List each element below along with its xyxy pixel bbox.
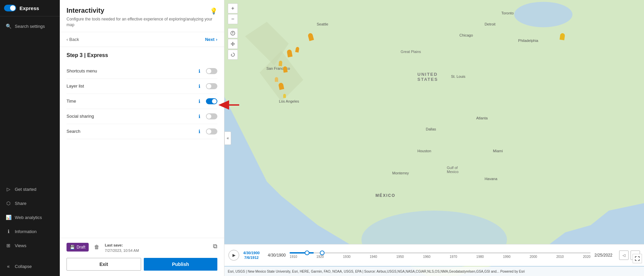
timeline-play-button[interactable]: ▶ xyxy=(228,250,239,261)
step-title: Step 3 | Express xyxy=(67,52,108,58)
panel-header: Interactivity 💡 Configure the tools need… xyxy=(60,0,224,32)
svg-marker-6 xyxy=(232,33,233,35)
views-icon: ⊞ xyxy=(5,242,11,249)
publish-button[interactable]: Publish xyxy=(144,258,218,271)
timeline-thumb-start[interactable] xyxy=(305,251,309,255)
layer-list-label: Layer list xyxy=(67,84,195,89)
panel-title: Interactivity xyxy=(67,7,104,14)
timeline-end-date: 2/25/2022 xyxy=(595,253,612,258)
info-icon: ℹ xyxy=(5,228,11,234)
sidebar-item-label: Web analytics xyxy=(15,215,42,220)
collapse-panel-button[interactable]: « xyxy=(224,131,231,145)
next-button[interactable]: Next › xyxy=(205,37,217,42)
save-info: Last save: 7/27/2023, 10:54 AM xyxy=(105,243,209,253)
compass-button[interactable] xyxy=(228,28,238,38)
map-background: Seattle San Francisco Los Angeles Great … xyxy=(224,0,644,276)
social-sharing-toggle[interactable] xyxy=(206,113,217,119)
attribution-text: Esri, USGS | New Mexico State University… xyxy=(228,270,525,273)
sidebar-item-share[interactable]: ⬡ Share xyxy=(0,196,60,210)
svg-marker-5 xyxy=(232,32,233,33)
step-header: Step 3 | Express xyxy=(60,47,224,61)
map-area: Seattle San Francisco Los Angeles Great … xyxy=(224,0,644,276)
social-sharing-info-icon[interactable]: ℹ xyxy=(195,112,203,120)
play-icon: ▶ xyxy=(232,253,235,258)
sidebar: Express 🔍 Search settings ▷ Get started … xyxy=(0,0,60,276)
search-toggle[interactable] xyxy=(206,128,217,134)
save-datetime: 7/27/2023, 10:54 AM xyxy=(105,249,139,253)
reset-button[interactable] xyxy=(228,50,238,60)
sidebar-nav: 🔍 Search settings ▷ Get started ⬡ Share … xyxy=(0,16,60,276)
timeline-current-date: 4/30/1900 xyxy=(268,253,286,258)
sidebar-collapse-label: Collapse xyxy=(15,264,32,269)
map-controls: + − xyxy=(228,3,238,60)
copy-icon[interactable]: ⧉ xyxy=(213,243,217,250)
sidebar-item-search-settings[interactable]: 🔍 Search settings xyxy=(0,19,60,33)
time-label: Time xyxy=(67,99,195,104)
sidebar-collapse[interactable]: « Collapse xyxy=(0,259,60,273)
pan-button[interactable] xyxy=(228,39,238,49)
sidebar-item-views[interactable]: ⊞ Views xyxy=(0,238,60,253)
timeline-bar: ▶ 4/30/1900 7/6/1912 4/30/1900 191019201… xyxy=(224,244,644,266)
setting-row-layer-list: Layer list ℹ xyxy=(67,79,217,94)
panel-subtitle: Configure the tools needed for an effect… xyxy=(67,16,217,28)
zoom-in-button[interactable]: + xyxy=(228,3,238,13)
hint-icon[interactable]: 💡 xyxy=(210,7,217,15)
sidebar-item-label: Share xyxy=(15,201,27,206)
sidebar-item-web-analytics[interactable]: 📊 Web analytics xyxy=(0,210,60,224)
settings-list: Shortcuts menu ℹ Layer list ℹ Time ℹ Soc… xyxy=(60,61,224,152)
setting-row-social-sharing: Social sharing ℹ xyxy=(67,109,217,124)
timeline-date-range: 4/30/1900 7/6/1912 xyxy=(243,251,260,260)
timeline-fill xyxy=(290,252,314,254)
sidebar-header: Express xyxy=(0,0,60,16)
timeline-track[interactable] xyxy=(290,252,590,254)
shortcuts-menu-toggle[interactable] xyxy=(206,68,217,74)
search-icon: 🔍 xyxy=(5,23,11,29)
svg-point-3 xyxy=(514,2,572,27)
setting-row-search: Search ℹ xyxy=(67,124,217,139)
time-toggle[interactable] xyxy=(206,98,217,104)
express-toggle[interactable] xyxy=(4,5,16,11)
collapse-icon: « xyxy=(5,263,11,269)
timeline-slider[interactable]: 1910192019301940195019601970198019902000… xyxy=(290,252,590,259)
fullscreen-button[interactable] xyxy=(633,254,642,263)
sidebar-item-label: Search settings xyxy=(15,24,45,29)
save-label: Last save: xyxy=(105,243,123,247)
panel-actions: Exit Publish xyxy=(60,258,224,276)
app-title: Express xyxy=(19,5,39,11)
sidebar-item-get-started[interactable]: ▷ Get started xyxy=(0,182,60,196)
search-info-icon[interactable]: ℹ xyxy=(195,127,203,135)
sidebar-item-information[interactable]: ℹ Information xyxy=(0,224,60,238)
sidebar-item-label: Views xyxy=(15,243,26,248)
layer-list-toggle[interactable] xyxy=(206,83,217,89)
time-info-icon[interactable]: ℹ xyxy=(195,97,203,105)
draft-button[interactable]: 💾 Draft xyxy=(67,243,89,252)
panel-nav: ‹ Back Next › xyxy=(60,32,224,47)
interactivity-panel: Interactivity 💡 Configure the tools need… xyxy=(60,0,224,276)
exit-button[interactable]: Exit xyxy=(67,258,141,271)
back-button[interactable]: ‹ Back xyxy=(67,37,79,42)
timeline-prev-button[interactable]: ◁ xyxy=(619,251,629,260)
share-icon: ⬡ xyxy=(5,200,11,206)
back-chevron-icon: ‹ xyxy=(67,37,68,42)
shortcuts-menu-info-icon[interactable]: ℹ xyxy=(195,67,203,75)
social-sharing-label: Social sharing xyxy=(67,114,195,119)
get-started-icon: ▷ xyxy=(5,186,11,192)
setting-row-shortcuts-menu: Shortcuts menu ℹ xyxy=(67,64,217,79)
layer-list-info-icon[interactable]: ℹ xyxy=(195,82,203,90)
shortcuts-menu-label: Shortcuts menu xyxy=(67,68,195,73)
zoom-out-button[interactable]: − xyxy=(228,14,238,24)
sidebar-item-label: Information xyxy=(15,229,37,234)
analytics-icon: 📊 xyxy=(5,214,11,220)
delete-icon[interactable]: 🗑 xyxy=(93,243,101,252)
panel-footer: 💾 Draft 🗑 Last save: 7/27/2023, 10:54 AM… xyxy=(60,238,224,258)
map-attribution: Esri, USGS | New Mexico State University… xyxy=(224,267,644,276)
next-chevron-icon: › xyxy=(216,37,217,42)
setting-row-time: Time ℹ xyxy=(67,94,217,109)
draft-save-icon: 💾 xyxy=(70,245,75,250)
timeline-thumb-end[interactable] xyxy=(320,251,325,255)
sidebar-item-label: Get started xyxy=(15,187,36,192)
timeline-year-labels: 1910192019301940195019601970198019902000… xyxy=(290,255,590,259)
search-label: Search xyxy=(67,129,195,134)
svg-marker-7 xyxy=(231,54,232,55)
